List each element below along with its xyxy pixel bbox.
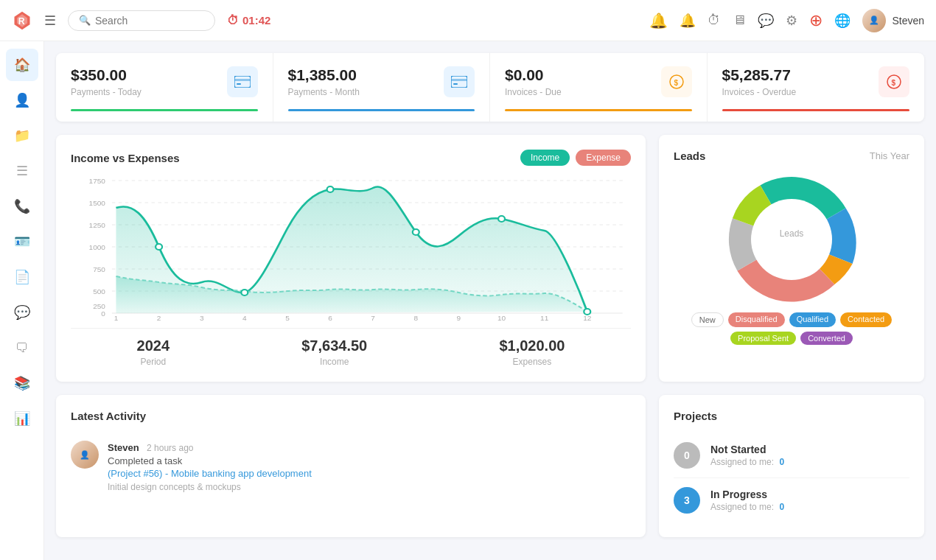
legend-qualified[interactable]: Qualified xyxy=(789,312,836,327)
income-expense-chart: 1750 1500 1250 1000 750 500 250 0 1 2 3 … xyxy=(71,173,631,321)
sidebar-item-document[interactable]: 📄 xyxy=(6,261,38,293)
svg-text:3: 3 xyxy=(200,315,204,321)
legend-proposal[interactable]: Proposal Sent xyxy=(730,332,796,345)
search-icon: 🔍 xyxy=(79,15,91,26)
leads-donut: Leads xyxy=(725,173,858,306)
legend-contacted[interactable]: Contacted xyxy=(840,312,892,327)
svg-text:$: $ xyxy=(674,79,678,87)
bell-icon[interactable]: 🔔 xyxy=(680,13,696,29)
chart-income-label: Income xyxy=(301,357,367,367)
income-badge[interactable]: Income xyxy=(520,150,570,166)
leads-subtitle: This Year xyxy=(870,150,909,161)
sidebar-item-message[interactable]: 💬 xyxy=(6,296,38,329)
activity-title: Latest Activity xyxy=(71,410,146,422)
stat-bar-payments-today xyxy=(71,109,258,111)
svg-text:250: 250 xyxy=(93,303,105,310)
chart-stat-income: $7,634.50 Income xyxy=(301,337,367,367)
sidebar-item-books[interactable]: 📚 xyxy=(6,367,38,399)
sidebar-item-chart[interactable]: 📊 xyxy=(6,402,38,435)
chart-expenses-value: $1,020.00 xyxy=(499,337,565,354)
main-content: $350.00 Payments - Today $1,385.00 Payme… xyxy=(44,41,936,560)
legend-disqualified[interactable]: Disqualified xyxy=(728,312,785,327)
svg-text:7: 7 xyxy=(371,315,375,321)
sidebar-item-home[interactable]: 🏠 xyxy=(6,49,38,81)
activity-avatar: 👤 xyxy=(71,441,99,469)
svg-text:500: 500 xyxy=(93,288,105,295)
monitor-icon[interactable]: 🖥 xyxy=(733,13,746,28)
sidebar-item-card[interactable]: 🪪 xyxy=(6,225,38,258)
project-sub-in-progress: Assigned to me: 0 xyxy=(710,502,784,512)
stat-label-invoices-overdue: Invoices - Overdue xyxy=(722,87,797,97)
svg-text:1750: 1750 xyxy=(89,178,105,185)
svg-text:2: 2 xyxy=(157,315,161,321)
leads-panel: Leads This Year xyxy=(659,135,924,382)
svg-rect-5 xyxy=(237,83,241,85)
bottom-grid: Latest Activity 👤 Steven 2 hours ago Com… xyxy=(56,395,924,537)
svg-point-45 xyxy=(584,309,590,315)
add-icon[interactable]: ⊕ xyxy=(809,11,823,30)
sidebar: 🏠 👤 📁 ☰ 📞 🪪 📄 💬 🗨 📚 📊 xyxy=(0,41,44,560)
svg-text:4: 4 xyxy=(242,315,247,321)
logo: R xyxy=(12,10,32,31)
sidebar-item-folder[interactable]: 📁 xyxy=(6,119,38,152)
svg-text:10: 10 xyxy=(497,315,506,321)
activity-desc: Initial design concepts & mockups xyxy=(108,482,312,492)
svg-text:5: 5 xyxy=(285,315,290,321)
sidebar-item-comment[interactable]: 🗨 xyxy=(6,332,38,364)
search-input[interactable] xyxy=(95,15,191,27)
stat-card-payments-month: $1,385.00 Payments - Month xyxy=(273,53,491,122)
chart-title: Income vs Expenses xyxy=(71,152,180,164)
legend-new[interactable]: New xyxy=(691,312,724,327)
svg-point-41 xyxy=(241,290,248,295)
chart-stats: 2024 Period $7,634.50 Income $1,020.00 E… xyxy=(71,328,631,367)
stat-icon-invoices-overdue: $ xyxy=(879,66,909,97)
svg-point-44 xyxy=(498,216,505,222)
activity-link[interactable]: (Project #56) - Mobile banking app devel… xyxy=(108,468,312,479)
globe-icon[interactable]: 🌐 xyxy=(834,13,851,29)
activity-content: Steven 2 hours ago Completed a task (Pro… xyxy=(108,441,312,492)
svg-text:1500: 1500 xyxy=(89,200,105,207)
gear-icon[interactable]: ⚙ xyxy=(786,13,797,29)
svg-text:8: 8 xyxy=(413,315,418,321)
stat-card-invoices-due: $0.00 Invoices - Due $ xyxy=(490,53,708,122)
project-item-in-progress: 3 In Progress Assigned to me: 0 xyxy=(674,478,909,522)
stats-row: $350.00 Payments - Today $1,385.00 Payme… xyxy=(56,53,924,122)
activity-time: 2 hours ago xyxy=(147,443,193,453)
leads-legend: New Disqualified Qualified Contacted Pro… xyxy=(674,312,909,345)
timer-icon: ⏱ xyxy=(227,14,239,27)
svg-text:Leads: Leads xyxy=(780,228,804,239)
svg-text:6: 6 xyxy=(328,315,332,321)
svg-point-42 xyxy=(327,186,334,192)
user-area[interactable]: 👤 Steven xyxy=(862,9,924,32)
content-grid: Income vs Expenses Income Expense xyxy=(56,135,924,382)
stopwatch-icon[interactable]: ⏱ xyxy=(708,13,721,28)
chart-stat-period: 2024 Period xyxy=(137,337,170,367)
sidebar-item-list[interactable]: ☰ xyxy=(6,155,38,187)
chart-period-label: Period xyxy=(137,357,170,367)
alarm-icon[interactable]: 🔔 xyxy=(649,12,668,29)
svg-text:1000: 1000 xyxy=(89,244,105,251)
stat-value-payments-month: $1,385.00 xyxy=(288,66,360,84)
user-name: Steven xyxy=(892,15,924,27)
stat-bar-invoices-overdue xyxy=(722,109,910,111)
chat-icon[interactable]: 💬 xyxy=(758,13,774,29)
svg-text:9: 9 xyxy=(457,315,461,321)
chart-expenses-label: Expenses xyxy=(499,357,565,367)
stat-card-invoices-overdue: $5,285.77 Invoices - Overdue $ xyxy=(708,53,925,122)
stat-value-invoices-due: $0.00 xyxy=(505,66,562,84)
svg-text:1250: 1250 xyxy=(89,222,105,229)
menu-button[interactable]: ☰ xyxy=(41,10,59,32)
sidebar-item-phone[interactable]: 📞 xyxy=(6,190,38,223)
project-sub-not-started: Assigned to me: 0 xyxy=(710,457,784,467)
timer-value: 01:42 xyxy=(242,14,270,27)
projects-title: Projects xyxy=(674,410,717,422)
legend-converted[interactable]: Converted xyxy=(800,332,853,345)
svg-point-47 xyxy=(751,199,832,280)
activity-user: Steven xyxy=(108,442,139,453)
expense-badge[interactable]: Expense xyxy=(576,150,631,166)
chart-stat-expenses: $1,020.00 Expenses xyxy=(499,337,565,367)
leads-title: Leads xyxy=(674,150,705,162)
sidebar-item-users[interactable]: 👤 xyxy=(6,84,38,116)
svg-text:1: 1 xyxy=(114,315,119,321)
stat-bar-payments-month xyxy=(288,109,475,111)
